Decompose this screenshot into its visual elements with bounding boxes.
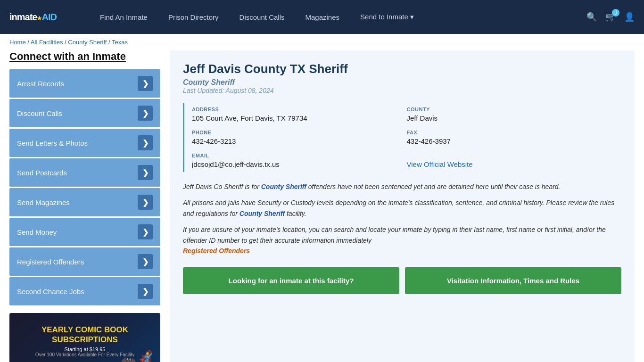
sidebar-item-send-magazines[interactable]: Send Magazines ❯ (9, 188, 160, 216)
ad-banner[interactable]: Yearly Comic Book Subscriptions Starting… (9, 313, 160, 362)
nav-magazines[interactable]: Magazines (295, 0, 350, 34)
sidebar-item-send-postcards[interactable]: Send Postcards ❯ (9, 158, 160, 187)
sidebar-arrow-icon: ❯ (138, 254, 153, 269)
sidebar-arrow-icon: ❯ (138, 76, 153, 91)
sidebar-item-arrest-records[interactable]: Arrest Records ❯ (9, 69, 160, 98)
nav-send-to-inmate[interactable]: Send to Inmate ▾ (350, 0, 424, 34)
email-cell: EMAIL jdcsojd1@co.jeff-davis.tx.us (192, 149, 407, 172)
sidebar-item-label: Registered Offenders (17, 258, 84, 266)
breadcrumb-all-facilities[interactable]: All Facilities (31, 39, 63, 46)
nav-find-inmate[interactable]: Find An Inmate (90, 0, 158, 34)
address-label: ADDRESS (192, 107, 401, 112)
facility-section: Jeff Davis County TX Sheriff County Sher… (170, 50, 635, 362)
phone-label: PHONE (192, 130, 401, 135)
ad-title-line2: Subscriptions (52, 335, 118, 345)
logo[interactable]: inmate★AID (9, 12, 71, 23)
looking-for-inmate-button[interactable]: Looking for an inmate at this facility? (183, 267, 399, 294)
sidebar-arrow-icon: ❯ (138, 195, 153, 210)
sidebar-arrow-icon: ❯ (138, 284, 153, 299)
sidebar-title: Connect with an Inmate (9, 50, 160, 63)
main-nav: Find An Inmate Prison Directory Discount… (90, 0, 586, 34)
ad-sub-line: Over 100 Variations Available For Every … (35, 352, 134, 357)
desc-block-1: Jeff Davis Co Sheriff is for County Sher… (183, 181, 621, 192)
county-label: COUNTY (407, 107, 616, 112)
header-icons: 🔍 🛒 0 👤 (586, 12, 635, 22)
sidebar-menu: Arrest Records ❯ Discount Calls ❯ Send L… (9, 69, 160, 305)
facility-name: Jeff Davis County TX Sheriff (183, 62, 621, 76)
desc-block-3: If you are unsure of your inmate's locat… (183, 224, 621, 256)
breadcrumb: Home / All Facilities / County Sheriff /… (0, 34, 644, 50)
desc-text-1: Jeff Davis Co Sheriff is for County Sher… (183, 181, 621, 192)
sidebar-item-label: Send Money (17, 228, 57, 236)
registered-offenders-link[interactable]: Registered Offenders (183, 247, 250, 255)
breadcrumb-home[interactable]: Home (9, 39, 26, 46)
ad-title-line1: Yearly Comic Book (41, 325, 128, 335)
sidebar-item-send-letters[interactable]: Send Letters & Photos ❯ (9, 129, 160, 157)
breadcrumb-county-sheriff[interactable]: County Sheriff (68, 39, 107, 46)
logo-inmate-text: inmate (9, 12, 37, 22)
superhero2-icon: 🦇 (120, 354, 137, 362)
county-cell: COUNTY Jeff Davis (407, 103, 622, 126)
cta-buttons: Looking for an inmate at this facility? … (183, 267, 621, 294)
sidebar-item-label: Discount Calls (17, 109, 62, 117)
phone-cell: PHONE 432-426-3213 (192, 126, 407, 149)
ad-price: Starting at $19.95 (65, 346, 106, 352)
county-sheriff-link-1[interactable]: County Sheriff (261, 183, 306, 190)
website-label (407, 153, 616, 158)
view-official-website-link[interactable]: View Official Website (407, 160, 473, 168)
cart-badge: 0 (612, 9, 619, 16)
website-cell: View Official Website (407, 149, 622, 172)
sidebar-item-label: Send Postcards (17, 169, 67, 177)
desc-text-2: All prisons and jails have Security or C… (183, 197, 621, 219)
search-icon[interactable]: 🔍 (586, 12, 597, 22)
email-value: jdcsojd1@co.jeff-davis.tx.us (192, 160, 401, 168)
sidebar-arrow-icon: ❯ (138, 135, 153, 150)
main-header: inmate★AID Find An Inmate Prison Directo… (0, 0, 644, 34)
facility-last-updated: Last Updated: August 08, 2024 (183, 87, 621, 94)
sidebar-item-discount-calls[interactable]: Discount Calls ❯ (9, 99, 160, 127)
fax-label: FAX (407, 130, 616, 135)
superhero-icon: 🦸 (135, 350, 157, 362)
sidebar-item-second-chance-jobs[interactable]: Second Chance Jobs ❯ (9, 277, 160, 305)
sidebar-arrow-icon: ❯ (138, 224, 153, 239)
county-value: Jeff Davis (407, 114, 616, 122)
nav-prison-directory[interactable]: Prison Directory (158, 0, 229, 34)
user-icon[interactable]: 👤 (624, 12, 635, 22)
nav-discount-calls[interactable]: Discount Calls (229, 0, 295, 34)
sidebar-item-label: Send Letters & Photos (17, 139, 88, 147)
desc-text-3: If you are unsure of your inmate's locat… (183, 224, 621, 256)
address-cell: ADDRESS 105 Court Ave, Fort Davis, TX 79… (192, 103, 407, 126)
sidebar-item-label: Send Magazines (17, 198, 70, 206)
main-content: Connect with an Inmate Arrest Records ❯ … (0, 50, 644, 362)
county-sheriff-link-2[interactable]: County Sheriff (239, 210, 285, 217)
fax-value: 432-426-3937 (407, 137, 616, 145)
breadcrumb-texas[interactable]: Texas (112, 39, 128, 46)
cart-icon[interactable]: 🛒 0 (605, 12, 616, 22)
sidebar-item-registered-offenders[interactable]: Registered Offenders ❯ (9, 247, 160, 276)
address-value: 105 Court Ave, Fort Davis, TX 79734 (192, 114, 401, 122)
fax-cell: FAX 432-426-3937 (407, 126, 622, 149)
email-label: EMAIL (192, 153, 401, 158)
sidebar-item-label: Second Chance Jobs (17, 288, 84, 296)
sidebar-item-send-money[interactable]: Send Money ❯ (9, 218, 160, 246)
sidebar-arrow-icon: ❯ (138, 106, 153, 121)
sidebar-item-label: Arrest Records (17, 80, 64, 88)
logo-star: ★ (37, 15, 41, 22)
phone-value: 432-426-3213 (192, 137, 401, 145)
facility-type: County Sheriff (183, 78, 621, 87)
sidebar-arrow-icon: ❯ (138, 165, 153, 180)
visitation-info-button[interactable]: Visitation Information, Times and Rules (405, 267, 621, 294)
sidebar: Connect with an Inmate Arrest Records ❯ … (9, 50, 160, 362)
facility-info-grid: ADDRESS 105 Court Ave, Fort Davis, TX 79… (183, 103, 621, 172)
logo-aid-text: AID (41, 12, 56, 22)
desc-block-2: All prisons and jails have Security or C… (183, 197, 621, 219)
